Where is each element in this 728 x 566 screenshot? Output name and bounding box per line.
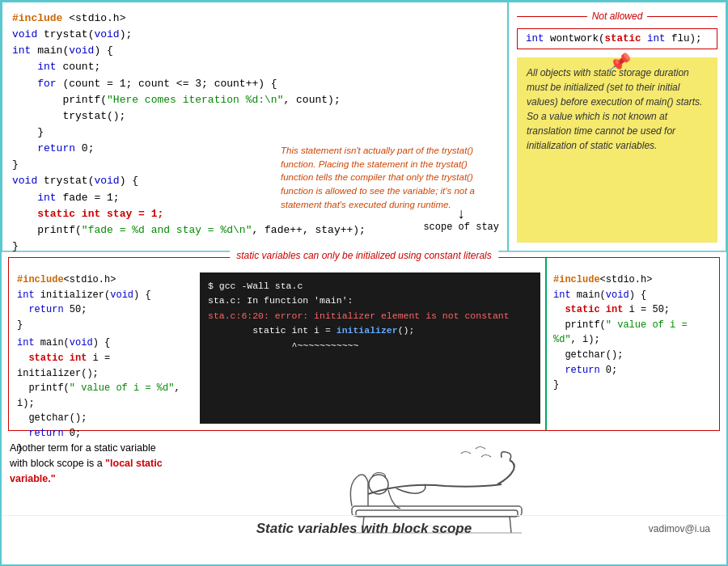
sr-2: int main(void) { [553, 288, 713, 303]
comment-block: This statement isn't actually part of th… [281, 144, 499, 211]
sl-3: return 50; [17, 302, 187, 318]
code-line-1: #include <stdio.h> [12, 11, 497, 27]
not-allowed-text: Not allowed [587, 11, 648, 22]
t-2: sta.c: In function 'main': [208, 294, 532, 308]
sl-8: getchar(); [17, 411, 187, 426]
code-line-7: trystat(); [12, 108, 497, 125]
scope-label: ↓ scope of stay [423, 207, 499, 233]
scope-arrow-icon: ↓ [457, 207, 466, 222]
local-static-highlight: "local static variable." [10, 458, 163, 484]
sr-7: } [553, 378, 713, 393]
sl-4: } [17, 318, 187, 333]
t-3: sta.c:6:20: error: initializer element i… [208, 309, 532, 323]
sl-9: return 0; [17, 426, 187, 441]
sl-6: static int i = initializer(); [17, 351, 187, 381]
sl-10: } [17, 441, 187, 457]
footer: Static variables with block scope vadimo… [2, 515, 726, 542]
code-panel-top: #include <stdio.h> void trystat(void); i… [2, 2, 508, 251]
sr-1: #include<stdio.h> [553, 272, 713, 288]
static-box-header: static variables can only be initialized… [230, 250, 498, 261]
top-section: #include <stdio.h> void trystat(void); i… [2, 2, 726, 252]
sticky-note: 📌 All objects with static storage durati… [517, 57, 717, 243]
sr-5: getchar(); [553, 348, 713, 363]
not-allowed-line-left [517, 16, 587, 17]
code-line-6: printf("Here comes iteration %d:\n", cou… [12, 92, 497, 108]
sl-7: printf(" value of i = %d", i); [17, 381, 187, 411]
sr-6: return 0; [553, 363, 713, 378]
t-4: static int i = initializer(); [208, 323, 532, 338]
static-right-code: #include<stdio.h> int main(void) { stati… [545, 258, 719, 430]
not-allowed-code: int wontwork(static int flu); [517, 28, 717, 49]
sl-2: int initializer(void) { [17, 288, 187, 303]
main-container: #include <stdio.h> void trystat(void); i… [2, 2, 726, 564]
not-allowed-line-right [647, 16, 717, 17]
code-line-3: int main(void) { [12, 43, 497, 59]
static-box: static variables can only be initialized… [8, 257, 720, 431]
static-left-code: #include<stdio.h> int initializer(void) … [9, 258, 195, 430]
not-allowed-header: Not allowed [517, 11, 717, 22]
not-allowed-panel: Not allowed int wontwork(static int flu)… [508, 2, 726, 251]
sr-3: static int i = 50; [553, 302, 713, 318]
sticky-note-text: All objects with static storage duration… [527, 67, 702, 151]
scope-text: scope of stay [423, 222, 499, 233]
page-title: Static variables with block scope [256, 521, 472, 537]
code-line-5: for (count = 1; count <= 3; count++) { [12, 76, 497, 92]
code-line-2: void trystat(void); [12, 27, 497, 43]
sl-1: #include<stdio.h> [17, 272, 187, 288]
t-1: $ gcc -Wall sta.c [208, 279, 532, 294]
sr-4: printf(" value of i = %d", i); [553, 318, 713, 348]
code-line-8: } [12, 125, 497, 141]
footer-author: vadimov@i.ua [649, 523, 710, 534]
terminal-box: $ gcc -Wall sta.c sta.c: In function 'ma… [200, 272, 540, 424]
sl-5: int main(void) { [17, 336, 187, 351]
t-5: ^~~~~~~~~~~~ [208, 339, 532, 353]
bottom-section: static variables can only be initialized… [2, 252, 726, 564]
thumbtack-icon: 📌 [607, 49, 629, 76]
code-line-4: int count; [12, 59, 497, 75]
